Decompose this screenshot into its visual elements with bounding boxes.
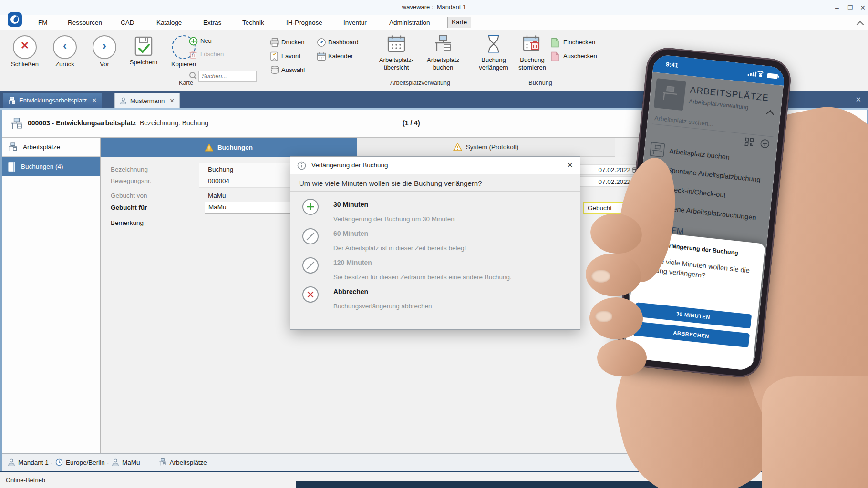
workspace-overview-button[interactable]: Arbeitsplatz- übersicht [372,33,421,71]
workspace-overview-icon [386,33,407,54]
clock-icon [55,458,63,466]
field-label-gebucht-fuer: Gebucht für [111,204,147,211]
bookmark-icon [270,51,279,61]
collapse-ribbon-icon[interactable] [857,21,864,29]
blocked-icon [302,257,319,274]
close-record-button[interactable]: ✕ Schließen [8,35,42,68]
record-subtitle: Bezeichnung: Buchung [140,119,208,127]
calendar-icon [317,51,326,61]
subtab-system-protokoll[interactable]: System (Protokoll) [357,138,615,157]
search-icon [189,71,197,80]
tab-mustermann[interactable]: Mustermann ✕ [114,93,180,108]
save-icon [133,35,155,57]
field-value-gebucht-von[interactable]: MaMu [208,192,226,199]
menubar: FM Ressourcen CAD Kataloge Extras Techni… [0,15,868,30]
ribbon-group-buchung: Buchung [493,80,588,86]
forward-icon: › [93,35,116,59]
wifi-icon [756,71,764,77]
field-label-gebucht-von: Gebucht von [111,192,147,199]
close-icon: ✕ [13,35,37,59]
close-tab-icon[interactable]: ✕ [169,97,175,104]
field-label-bewegungsnr: Bewegungsnr. [111,177,152,184]
menu-technik[interactable]: Technik [238,18,268,28]
menu-karte[interactable]: Karte [447,17,471,28]
close-tab-icon[interactable]: ✕ [92,97,97,104]
blocked-icon [302,228,319,244]
status-user: MaMu [122,459,140,466]
person-icon [112,458,119,466]
close-dialog-icon[interactable]: ✕ [567,161,573,170]
window-title: waveware :: Mandant 1 [0,3,868,10]
save-button[interactable]: Speichern [126,35,161,66]
minimize-button[interactable]: – [831,3,843,12]
back-icon: ‹ [53,35,77,59]
sidebar-item-label: Buchungen (4) [21,163,63,170]
fingernail [591,270,610,283]
field-value-bewegungsnr[interactable]: 000004 [208,177,229,184]
plus-icon [189,37,198,46]
sidebar-item-label: Arbeitsplätze [23,143,60,151]
menu-ih-prognose[interactable]: IH-Prognose [282,18,326,28]
menu-cad[interactable]: CAD [117,18,138,28]
titlebar: waveware :: Mandant 1 – ❐ ✕ [0,0,868,16]
desk-icon [10,116,24,132]
menu-ressourcen[interactable]: Ressourcen [64,18,106,28]
subtab-buchungen[interactable]: Buchungen [101,138,357,157]
fingernail [595,311,612,322]
status-context: Arbeitsplätze [170,459,207,466]
cancel-icon [302,286,319,303]
desk-icon [433,33,454,54]
hand-fingertip [597,339,647,376]
extend-booking-dialog: Verlängerung der Buchung ✕ Um wie viele … [290,156,580,330]
online-status: Online-Betrieb [6,477,45,484]
checkin-doc-icon [551,38,559,48]
printer-icon [270,38,279,47]
app-logo-icon [8,12,22,27]
bookings-icon [8,162,16,172]
checkout-doc-icon [551,51,559,61]
ribbon-group-karte: Karte [138,80,234,86]
person-icon [120,97,127,104]
tab-entwicklungsarbeitsplatz[interactable]: Entwicklungsarbeitsplatz ✕ [3,93,102,108]
menu-kataloge[interactable]: Kataloge [153,18,186,28]
status-mandant: Mandant 1 - [18,459,52,466]
battery-icon [767,73,778,79]
sidebar: Arbeitsplätze Buchungen (4) [2,138,101,453]
status-timezone: Europe/Berlin - [66,459,109,466]
gebucht-fuer-input[interactable]: MaMu [205,202,294,214]
record-pager: (1 / 4) [403,119,420,127]
field-label-bemerkung: Bemerkung [111,219,144,226]
hourglass-icon [483,33,504,54]
warning-icon [453,143,462,151]
restore-button[interactable]: ❐ [844,3,857,12]
dialog-title: Verlängerung der Buchung [311,162,388,169]
menu-administration[interactable]: Administration [385,18,434,28]
cancel-booking-button[interactable]: Buchung stornieren [507,33,557,71]
close-window-button[interactable]: ✕ [857,3,868,12]
dialog-question: Um wie viele Minuten wollen sie die Buch… [299,179,482,187]
trash-icon [189,50,197,59]
sidebar-item-arbeitsplaetze[interactable]: Arbeitsplätze [2,138,100,157]
forward-button[interactable]: › Vor [87,35,122,68]
gauge-icon [317,38,326,47]
desk-icon [8,142,18,152]
hand-wrist [762,376,868,488]
book-workspace-button[interactable]: Arbeitsplatz buchen [418,33,468,71]
record-title: 000003 - Entwicklungsarbeitsplatz [28,119,136,127]
warning-icon [205,143,214,152]
plus-icon [302,199,319,215]
menu-extras[interactable]: Extras [199,18,225,28]
database-icon [270,65,279,75]
desk-icon [158,458,167,467]
menu-fm[interactable]: FM [34,18,52,28]
info-icon [297,161,306,170]
ribbon-group-arbeitsplatzverwaltung: Arbeitsplatzverwaltung [372,80,468,86]
menu-inventur[interactable]: Inventur [340,18,371,28]
field-value-bezeichnung[interactable]: Buchung [208,166,233,173]
cancel-booking-icon [522,33,543,54]
close-pane-icon[interactable]: ✕ [855,95,861,104]
desk-icon [8,97,16,104]
sidebar-item-buchungen[interactable]: Buchungen (4) [2,157,100,176]
back-button[interactable]: ‹ Zurück [48,35,82,68]
app-window: waveware :: Mandant 1 – ❐ ✕ FM Ressource… [0,0,868,488]
